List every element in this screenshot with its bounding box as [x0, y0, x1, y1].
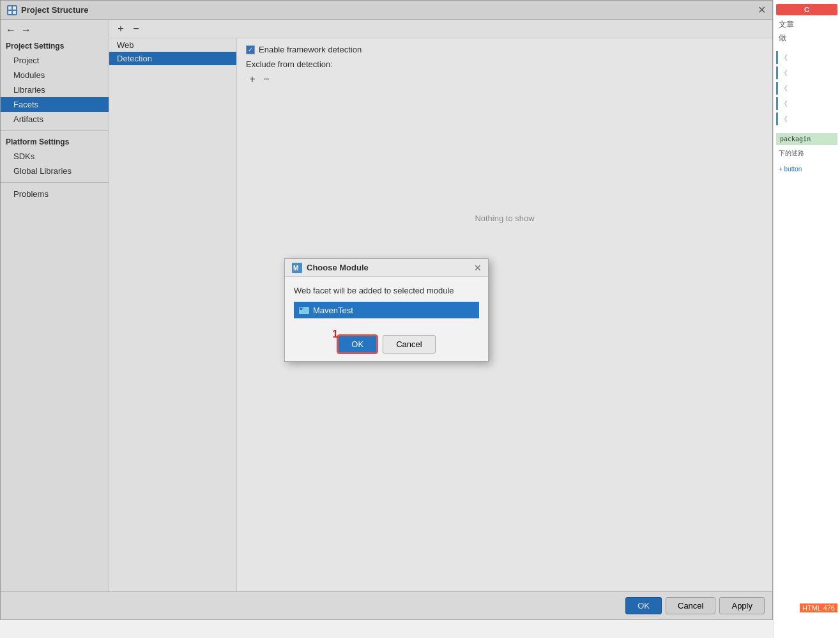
right-arrow-3[interactable]: 《	[776, 82, 837, 95]
modal-body: Web facet will be added to selected modu…	[285, 277, 488, 330]
modal-message: Web facet will be added to selected modu…	[294, 286, 479, 295]
csdn-logo: C	[776, 4, 837, 15]
right-code-subtext: 下的述路	[776, 148, 837, 159]
modal-titlebar: M Choose Module ✕	[285, 259, 488, 277]
module-name: MavenTest	[313, 306, 353, 315]
module-list-item[interactable]: MavenTest	[294, 302, 479, 318]
modal-footer: 1 OK Cancel	[285, 330, 488, 361]
choose-module-icon: M	[291, 262, 303, 274]
svg-text:M: M	[293, 265, 298, 272]
ok-button-wrapper: 1 OK	[337, 335, 378, 354]
right-panel-content: C 文章 做 《 《 《 《 《 packagin 下的述路 + button	[774, 0, 840, 178]
right-action-text: 做	[776, 31, 837, 45]
right-arrow-4[interactable]: 《	[776, 97, 837, 110]
svg-rect-8	[300, 308, 302, 310]
right-panel: C 文章 做 《 《 《 《 《 packagin 下的述路 + button	[773, 0, 840, 638]
modal-title-text: Choose Module	[307, 263, 369, 272]
right-arrow-1[interactable]: 《	[776, 51, 837, 64]
modal-overlay: M Choose Module ✕ Web facet will be adde…	[0, 0, 773, 620]
annotation-number: 1	[332, 329, 345, 341]
modal-close-button[interactable]: ✕	[474, 263, 482, 273]
right-arrow-5[interactable]: 《	[776, 113, 837, 125]
right-arrow-2[interactable]: 《	[776, 66, 837, 79]
right-code-section: packagin	[776, 133, 837, 145]
html-badge: HTML 476	[800, 603, 837, 612]
right-article-text: 文章	[776, 18, 837, 31]
choose-module-dialog: M Choose Module ✕ Web facet will be adde…	[284, 258, 489, 362]
modal-cancel-button[interactable]: Cancel	[383, 335, 435, 354]
module-folder-icon	[299, 305, 309, 315]
modal-title-left: M Choose Module	[291, 262, 369, 274]
right-code-btn[interactable]: + button	[776, 164, 837, 174]
